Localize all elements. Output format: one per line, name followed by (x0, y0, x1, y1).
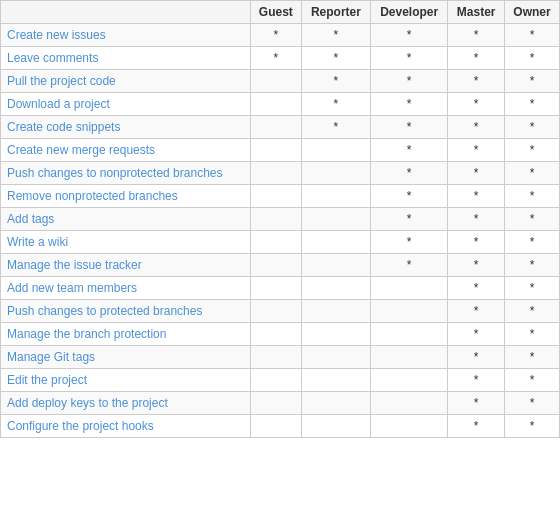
cell-master: * (448, 323, 504, 346)
cell-guest (250, 300, 301, 323)
cell-reporter (302, 415, 371, 438)
cell-master: * (448, 162, 504, 185)
cell-guest (250, 415, 301, 438)
cell-reporter: * (302, 47, 371, 70)
table-row: Create new issues***** (1, 24, 560, 47)
cell-developer: * (370, 208, 448, 231)
cell-reporter (302, 369, 371, 392)
cell-owner: * (504, 300, 559, 323)
action-cell: Manage the branch protection (1, 323, 251, 346)
cell-guest (250, 323, 301, 346)
cell-developer (370, 277, 448, 300)
cell-owner: * (504, 254, 559, 277)
cell-master: * (448, 139, 504, 162)
cell-master: * (448, 277, 504, 300)
cell-developer: * (370, 93, 448, 116)
action-cell: Push changes to nonprotected branches (1, 162, 251, 185)
cell-reporter (302, 300, 371, 323)
cell-owner: * (504, 24, 559, 47)
cell-owner: * (504, 70, 559, 93)
cell-guest (250, 346, 301, 369)
action-cell: Add new team members (1, 277, 251, 300)
cell-reporter (302, 162, 371, 185)
cell-master: * (448, 392, 504, 415)
cell-reporter (302, 185, 371, 208)
cell-master: * (448, 24, 504, 47)
cell-master: * (448, 116, 504, 139)
action-cell: Remove nonprotected branches (1, 185, 251, 208)
action-cell: Edit the project (1, 369, 251, 392)
cell-reporter (302, 231, 371, 254)
cell-developer (370, 323, 448, 346)
cell-guest (250, 231, 301, 254)
cell-guest (250, 70, 301, 93)
cell-reporter (302, 139, 371, 162)
cell-reporter (302, 208, 371, 231)
cell-master: * (448, 415, 504, 438)
cell-master: * (448, 185, 504, 208)
cell-developer (370, 300, 448, 323)
cell-guest (250, 116, 301, 139)
action-cell: Add deploy keys to the project (1, 392, 251, 415)
action-cell: Manage the issue tracker (1, 254, 251, 277)
cell-reporter: * (302, 70, 371, 93)
cell-guest (250, 277, 301, 300)
cell-developer: * (370, 70, 448, 93)
cell-developer: * (370, 231, 448, 254)
action-cell: Create new merge requests (1, 139, 251, 162)
col-developer: Developer (370, 1, 448, 24)
cell-reporter (302, 277, 371, 300)
cell-owner: * (504, 208, 559, 231)
table-header-row: Guest Reporter Developer Master Owner (1, 1, 560, 24)
action-cell: Add tags (1, 208, 251, 231)
cell-guest (250, 139, 301, 162)
cell-owner: * (504, 323, 559, 346)
cell-master: * (448, 369, 504, 392)
action-cell: Create code snippets (1, 116, 251, 139)
cell-reporter: * (302, 24, 371, 47)
table-row: Add new team members** (1, 277, 560, 300)
cell-developer: * (370, 162, 448, 185)
action-cell: Leave comments (1, 47, 251, 70)
cell-owner: * (504, 415, 559, 438)
cell-developer: * (370, 254, 448, 277)
table-row: Configure the project hooks** (1, 415, 560, 438)
table-row: Remove nonprotected branches*** (1, 185, 560, 208)
cell-owner: * (504, 116, 559, 139)
cell-owner: * (504, 93, 559, 116)
table-row: Create code snippets**** (1, 116, 560, 139)
cell-guest (250, 185, 301, 208)
cell-reporter (302, 392, 371, 415)
cell-owner: * (504, 185, 559, 208)
cell-owner: * (504, 369, 559, 392)
col-master: Master (448, 1, 504, 24)
cell-guest (250, 208, 301, 231)
cell-reporter: * (302, 116, 371, 139)
cell-guest (250, 162, 301, 185)
cell-master: * (448, 208, 504, 231)
table-row: Write a wiki*** (1, 231, 560, 254)
table-row: Push changes to protected branches** (1, 300, 560, 323)
action-cell: Write a wiki (1, 231, 251, 254)
cell-master: * (448, 70, 504, 93)
table-row: Pull the project code**** (1, 70, 560, 93)
table-row: Add deploy keys to the project** (1, 392, 560, 415)
cell-reporter (302, 254, 371, 277)
col-reporter: Reporter (302, 1, 371, 24)
cell-master: * (448, 346, 504, 369)
cell-guest (250, 392, 301, 415)
cell-master: * (448, 300, 504, 323)
cell-owner: * (504, 277, 559, 300)
table-row: Create new merge requests*** (1, 139, 560, 162)
cell-developer (370, 346, 448, 369)
col-owner: Owner (504, 1, 559, 24)
cell-developer: * (370, 47, 448, 70)
cell-owner: * (504, 139, 559, 162)
cell-developer (370, 415, 448, 438)
action-cell: Create new issues (1, 24, 251, 47)
cell-master: * (448, 231, 504, 254)
table-row: Add tags*** (1, 208, 560, 231)
cell-master: * (448, 47, 504, 70)
action-cell: Push changes to protected branches (1, 300, 251, 323)
cell-developer: * (370, 24, 448, 47)
